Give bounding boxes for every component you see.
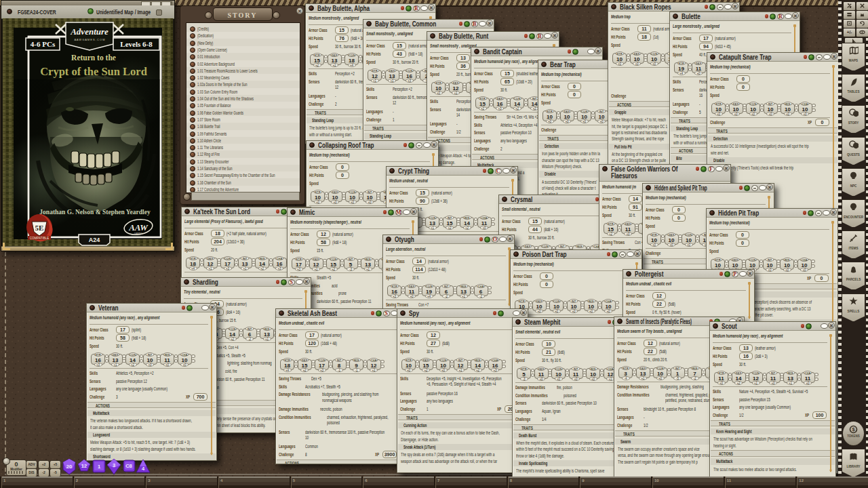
svg-text:GAMES: GAMES [134,232,143,235]
svg-text:20: 20 [66,464,72,470]
svg-text:A24: A24 [89,237,100,243]
svg-text:4-6 PCs: 4-6 PCs [31,40,56,48]
svg-text:COMPATIBLE: COMPATIBLE [30,237,49,240]
svg-text:Return to the: Return to the [71,54,116,62]
svg-text:3: 3 [113,462,115,468]
svg-text:Crypt of the Sun Lord: Crypt of the Sun Lord [40,65,147,78]
svg-text:Levels 6-8: Levels 6-8 [120,40,153,48]
svg-text:C8: C8 [125,463,132,469]
svg-text:1: 1 [98,464,100,470]
svg-text:5E: 5E [35,224,44,232]
svg-text:$: $ [852,426,855,432]
svg-text:+/-: +/- [847,30,852,35]
svg-text:A A W G A M E S . C O M: A A W G A M E S . C O M [74,38,104,41]
svg-text:Jonathan G. Nelson & Stephen Y: Jonathan G. Nelson & Stephen Yeardley [39,209,151,216]
svg-text:Adventure: Adventure [70,26,108,37]
svg-text:12: 12 [81,463,87,469]
svg-text:AAW: AAW [128,222,149,232]
